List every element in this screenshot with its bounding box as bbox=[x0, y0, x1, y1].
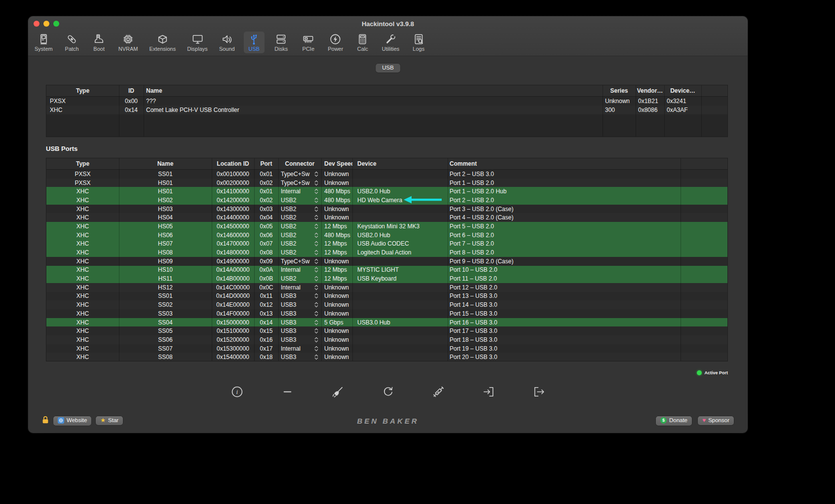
column-header-type[interactable]: Type bbox=[46, 85, 119, 96]
connector-dropdown[interactable]: USB3 bbox=[278, 326, 321, 335]
port-row[interactable]: XHCSS070x153000000x17InternalUnknownPort… bbox=[46, 344, 727, 353]
connector-dropdown[interactable]: Internal bbox=[278, 283, 321, 292]
connector-dropdown[interactable]: USB2 bbox=[278, 222, 321, 231]
info-button[interactable]: i bbox=[229, 384, 245, 399]
port-row[interactable]: XHCHS100x14A000000x0AInternal12 MbpsMYST… bbox=[46, 266, 727, 275]
port-row[interactable]: XHCHS120x14C000000x0CInternalUnknownPort… bbox=[46, 283, 727, 292]
zoom-button[interactable] bbox=[53, 21, 59, 27]
port-row[interactable]: XHCHS080x148000000x08USB212 MbpsLogitech… bbox=[46, 248, 727, 257]
column-header-series[interactable]: Series bbox=[603, 85, 636, 96]
connector-dropdown[interactable]: Internal bbox=[278, 344, 321, 353]
column-header-dev-speed[interactable]: Dev Speed bbox=[321, 158, 352, 169]
connector-dropdown[interactable]: USB2 bbox=[278, 196, 321, 205]
connector-dropdown[interactable]: USB3 bbox=[278, 318, 321, 327]
connector-dropdown[interactable]: TypeC+Sw bbox=[278, 179, 321, 187]
connector-dropdown[interactable]: USB3 bbox=[278, 292, 321, 301]
toolbar-item-boot[interactable]: Boot bbox=[89, 32, 110, 53]
column-header-device[interactable]: Device… bbox=[664, 85, 701, 96]
column-header-name[interactable]: Name bbox=[144, 85, 603, 96]
column-header-vendor[interactable]: Vendor… bbox=[636, 85, 664, 96]
port-row[interactable]: XHCSS080x154000000x18USB3UnknownPort 20 … bbox=[46, 353, 727, 361]
connector-dropdown[interactable]: TypeC+Sw bbox=[278, 170, 321, 179]
refresh-button[interactable] bbox=[380, 384, 396, 399]
website-button[interactable]: Website bbox=[53, 416, 91, 426]
toolbar-item-calc[interactable]: Calc bbox=[352, 32, 373, 53]
connector-dropdown[interactable]: USB3 bbox=[278, 309, 321, 318]
port-row[interactable]: XHCSS060x152000000x16USB3UnknownPort 18 … bbox=[46, 335, 727, 344]
tab-usb[interactable]: USB bbox=[376, 64, 400, 72]
controllers-body: PXSX0x00???Unknown0x1B210x3241XHC0x14Com… bbox=[46, 97, 727, 114]
donate-button[interactable]: $ Donate bbox=[656, 416, 692, 426]
port-row[interactable]: XHCSS050x151000000x15USB3UnknownPort 17 … bbox=[46, 326, 727, 335]
cell-type: XHC bbox=[46, 222, 119, 231]
port-row[interactable]: XHCSS010x14D000000x11USB3UnknownPort 13 … bbox=[46, 292, 727, 301]
connector-dropdown[interactable]: TypeC+Sw bbox=[278, 257, 321, 266]
inject-button[interactable] bbox=[430, 384, 446, 399]
connector-dropdown[interactable]: USB3 bbox=[278, 300, 321, 309]
port-row[interactable]: XHCHS010x141000000x01Internal480 MbpsUSB… bbox=[46, 187, 727, 196]
toolbar-item-power[interactable]: Power bbox=[325, 32, 346, 53]
cell-empty bbox=[681, 248, 727, 257]
import-button[interactable] bbox=[481, 384, 496, 399]
clean-button[interactable] bbox=[330, 384, 345, 399]
connector-dropdown[interactable]: Internal bbox=[278, 187, 321, 196]
connector-dropdown[interactable]: USB2 bbox=[278, 240, 321, 249]
port-row[interactable]: XHCSS040x150000000x14USB35 GbpsUSB3.0 Hu… bbox=[46, 318, 727, 327]
minimize-button[interactable] bbox=[43, 21, 49, 27]
export-button[interactable] bbox=[531, 384, 547, 399]
port-row[interactable]: XHCHS020x142000000x02USB2480 MbpsHD Web … bbox=[46, 196, 727, 205]
port-row[interactable]: XHCHS030x143000000x03USB2UnknownPort 3 –… bbox=[46, 205, 727, 214]
port-row[interactable]: PXSXHS010x002000000x02TypeC+SwUnknownPor… bbox=[46, 179, 727, 187]
cell-port: 0x05 bbox=[254, 222, 278, 231]
toolbar-item-logs[interactable]: Logs bbox=[408, 32, 429, 53]
remove-button[interactable] bbox=[279, 384, 295, 399]
connector-dropdown[interactable]: USB2 bbox=[278, 248, 321, 257]
connector-dropdown[interactable]: USB2 bbox=[278, 274, 321, 283]
cell-location: 0x15300000 bbox=[212, 344, 254, 353]
connector-dropdown[interactable]: USB3 bbox=[278, 335, 321, 344]
footer: Website ★ Star BEN BAKER $ Donate ♥ Spon… bbox=[28, 408, 748, 433]
port-row[interactable]: XHCSS030x14F000000x13USB3UnknownPort 15 … bbox=[46, 309, 727, 318]
column-header-port[interactable]: Port bbox=[254, 158, 278, 169]
toolbar-item-pcie[interactable]: PCIe bbox=[298, 32, 319, 53]
toolbar-item-disks[interactable]: Disks bbox=[271, 32, 292, 53]
port-row[interactable]: XHCHS110x14B000000x0BUSB212 MbpsUSB Keyb… bbox=[46, 274, 727, 283]
port-row[interactable]: XHCHS060x146000000x06USB2480 MbpsUSB2.0 … bbox=[46, 231, 727, 240]
toolbar-item-utilities[interactable]: Utilities bbox=[380, 32, 402, 53]
column-header-device[interactable]: Device bbox=[352, 158, 448, 169]
close-button[interactable] bbox=[34, 21, 39, 27]
toolbar-item-displays[interactable]: Displays bbox=[185, 32, 210, 53]
toolbar-item-system[interactable]: System bbox=[32, 32, 55, 53]
connector-dropdown[interactable]: USB3 bbox=[278, 353, 321, 361]
cell-empty bbox=[681, 292, 727, 301]
connector-dropdown[interactable]: Internal bbox=[278, 266, 321, 275]
port-row[interactable]: PXSXSS010x001000000x01TypeC+SwUnknownPor… bbox=[46, 170, 727, 179]
port-row[interactable]: XHCHS040x144000000x04USB2UnknownPort 4 –… bbox=[46, 213, 727, 222]
controller-row[interactable]: PXSX0x00???Unknown0x1B210x3241 bbox=[46, 97, 727, 106]
controller-row[interactable]: XHC0x14Comet Lake PCH-V USB Controller30… bbox=[46, 106, 727, 114]
port-row[interactable]: XHCHS050x145000000x05USB212 MbpsKeystati… bbox=[46, 222, 727, 231]
connector-dropdown[interactable]: USB2 bbox=[278, 231, 321, 240]
column-header-connector[interactable]: Connector bbox=[278, 158, 321, 169]
column-header-id[interactable]: ID bbox=[119, 85, 144, 96]
connector-dropdown[interactable]: USB2 bbox=[278, 205, 321, 214]
cell-comment: Port 14 – USB 3.0 bbox=[448, 300, 681, 309]
column-header-comment[interactable]: Comment bbox=[448, 158, 681, 169]
port-row[interactable]: XHCHS070x147000000x07USB212 MbpsUSB Audi… bbox=[46, 240, 727, 249]
connector-dropdown[interactable]: USB2 bbox=[278, 213, 321, 222]
column-header-name[interactable]: Name bbox=[119, 158, 212, 169]
toolbar-item-patch[interactable]: Patch bbox=[62, 32, 82, 53]
toolbar-item-nvram[interactable]: NVRAM bbox=[116, 32, 141, 53]
toolbar-item-sound[interactable]: Sound bbox=[217, 32, 237, 53]
cell-empty bbox=[681, 326, 727, 335]
toolbar-item-extensions[interactable]: Extensions bbox=[147, 32, 178, 53]
column-header-type[interactable]: Type bbox=[46, 158, 119, 169]
column-header-location-id[interactable]: Location ID bbox=[212, 158, 254, 169]
titlebar[interactable]: Hackintool v3.9.8 bbox=[28, 16, 748, 31]
star-button[interactable]: ★ Star bbox=[96, 416, 123, 425]
toolbar-item-usb[interactable]: USB bbox=[244, 32, 265, 53]
cell-speed: 480 Mbps bbox=[321, 196, 352, 205]
port-row[interactable]: XHCHS090x149000000x09TypeC+SwUnknownPort… bbox=[46, 257, 727, 266]
port-row[interactable]: XHCSS020x14E000000x12USB3UnknownPort 14 … bbox=[46, 300, 727, 309]
sponsor-button[interactable]: ♥ Sponsor bbox=[698, 416, 734, 425]
